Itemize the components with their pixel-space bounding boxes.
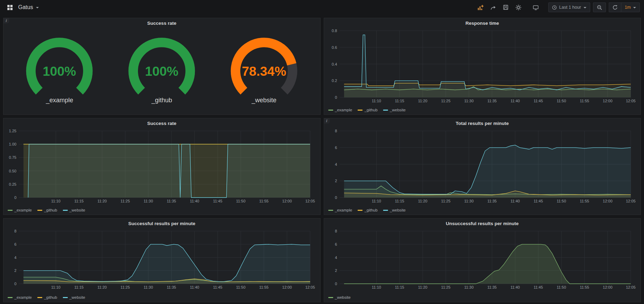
svg-text:11:55: 11:55 bbox=[259, 285, 269, 289]
svg-text:6: 6 bbox=[335, 146, 337, 150]
chart-area[interactable]: 0246811:1011:1511:2011:2511:3011:3511:40… bbox=[324, 228, 641, 295]
panel-title[interactable]: Unsuccessful results per minute bbox=[324, 218, 641, 228]
legend-item-_website[interactable]: _website bbox=[63, 295, 85, 299]
chart-area[interactable]: 00.250.500.751.001.2511:1011:1511:2011:2… bbox=[3, 127, 320, 208]
save-dashboard-button[interactable] bbox=[501, 2, 511, 12]
svg-text:6: 6 bbox=[14, 242, 16, 246]
gauge-arc: 100% bbox=[118, 35, 205, 97]
legend-item-_website[interactable]: _website bbox=[383, 208, 405, 212]
svg-text:11:30: 11:30 bbox=[464, 285, 474, 289]
svg-text:2: 2 bbox=[14, 268, 16, 273]
add-panel-button[interactable] bbox=[476, 2, 485, 12]
clock-icon bbox=[552, 5, 557, 10]
svg-text:11:45: 11:45 bbox=[213, 285, 222, 289]
panel-info-icon[interactable]: i bbox=[324, 118, 330, 124]
chart-area[interactable]: 0246811:1011:1511:2011:2511:3011:3511:40… bbox=[3, 228, 320, 295]
svg-text:12:05: 12:05 bbox=[305, 285, 315, 289]
share-dashboard-button[interactable] bbox=[488, 2, 498, 12]
unsuccessful-results-chart[interactable]: 0246811:1011:1511:2011:2511:3011:3511:40… bbox=[327, 228, 637, 290]
svg-text:0: 0 bbox=[335, 195, 337, 200]
svg-text:11:30: 11:30 bbox=[464, 199, 474, 203]
svg-text:11:55: 11:55 bbox=[259, 199, 269, 203]
panel-title[interactable]: Total results per minute bbox=[324, 118, 641, 127]
svg-text:100%: 100% bbox=[145, 64, 178, 78]
gauge-row: 100%_example100%_github78.34%_website bbox=[3, 27, 320, 114]
svg-text:0.25: 0.25 bbox=[9, 182, 16, 186]
legend-item-_example[interactable]: _example bbox=[8, 295, 32, 299]
panel-title[interactable]: Successful results per minute bbox=[3, 218, 320, 228]
save-icon bbox=[503, 5, 508, 10]
legend-item-_website[interactable]: _website bbox=[63, 208, 85, 212]
panel-title[interactable]: Success rate bbox=[3, 18, 320, 27]
dashboard-settings-button[interactable] bbox=[513, 2, 523, 12]
panel-success-rate-gauges: i Success rate 100%_example100%_github78… bbox=[3, 18, 321, 115]
share-icon bbox=[490, 5, 496, 10]
dashboard-title[interactable]: Gatus bbox=[18, 4, 39, 10]
refresh-button[interactable] bbox=[609, 2, 621, 12]
zoom-out-button[interactable] bbox=[593, 2, 606, 12]
svg-text:11:30: 11:30 bbox=[144, 285, 153, 289]
legend-item-_website[interactable]: _website bbox=[328, 295, 351, 299]
svg-text:0: 0 bbox=[335, 282, 337, 286]
navbar: Gatus bbox=[0, 0, 644, 15]
svg-text:12:00: 12:00 bbox=[603, 99, 613, 103]
cycle-view-mode-button[interactable] bbox=[531, 2, 541, 12]
successful-results-chart[interactable]: 0246811:1011:1511:2011:2511:3011:3511:40… bbox=[6, 228, 316, 290]
legend-item-_github[interactable]: _github bbox=[37, 295, 57, 299]
legend-item-_website[interactable]: _website bbox=[383, 108, 405, 112]
chart-area[interactable]: 0246811:1011:1511:2011:2511:3011:3511:40… bbox=[324, 127, 641, 208]
svg-text:100%: 100% bbox=[43, 64, 76, 78]
svg-text:11:20: 11:20 bbox=[418, 285, 427, 289]
caret-down-icon bbox=[36, 7, 39, 8]
svg-text:12:05: 12:05 bbox=[305, 199, 315, 203]
svg-text:12:05: 12:05 bbox=[626, 285, 636, 289]
svg-text:11:20: 11:20 bbox=[418, 99, 427, 103]
svg-text:11:45: 11:45 bbox=[213, 199, 222, 203]
legend-item-_github[interactable]: _github bbox=[358, 108, 378, 112]
svg-text:11:10: 11:10 bbox=[372, 199, 381, 203]
panel-successful-results: Successful results per minute 0246811:10… bbox=[3, 218, 321, 302]
svg-text:12:00: 12:00 bbox=[603, 199, 613, 203]
svg-text:12:00: 12:00 bbox=[603, 285, 613, 289]
legend-item-_example[interactable]: _example bbox=[328, 108, 352, 112]
chart-area[interactable]: 00.20.40.60.811:1011:1511:2011:2511:3011… bbox=[324, 27, 641, 107]
refresh-interval-picker[interactable]: 1m bbox=[621, 2, 640, 12]
legend-label: _github bbox=[364, 208, 378, 212]
zoom-out-icon bbox=[597, 5, 602, 10]
svg-text:1.00: 1.00 bbox=[9, 142, 16, 146]
legend-item-_github[interactable]: _github bbox=[37, 208, 57, 212]
apps-grid-icon[interactable] bbox=[5, 2, 15, 12]
panel-info-icon[interactable]: i bbox=[3, 18, 9, 23]
legend-swatch-icon bbox=[383, 210, 388, 211]
svg-text:11:20: 11:20 bbox=[97, 285, 107, 289]
svg-text:8: 8 bbox=[335, 129, 337, 133]
svg-text:0.50: 0.50 bbox=[9, 169, 16, 173]
legend-item-_example[interactable]: _example bbox=[328, 208, 352, 212]
legend-label: _website bbox=[69, 295, 85, 299]
svg-text:11:50: 11:50 bbox=[236, 285, 246, 289]
legend-item-_github[interactable]: _github bbox=[358, 208, 378, 212]
total-results-chart[interactable]: 0246811:1011:1511:2011:2511:3011:3511:40… bbox=[327, 128, 637, 204]
legend-swatch-icon bbox=[358, 210, 363, 211]
panel-response-time: Response time 00.20.40.60.811:1011:1511:… bbox=[324, 18, 641, 115]
panel-title[interactable]: Success rate bbox=[3, 118, 320, 127]
legend-label: _website bbox=[335, 295, 351, 299]
legend-label: _example bbox=[335, 108, 352, 112]
time-range-picker[interactable]: Last 1 hour bbox=[548, 2, 590, 12]
svg-text:11:15: 11:15 bbox=[74, 285, 84, 289]
svg-text:11:35: 11:35 bbox=[167, 285, 176, 289]
success-rate-chart[interactable]: 00.250.500.751.001.2511:1011:1511:2011:2… bbox=[6, 128, 316, 204]
panel-success-rate-timeseries: Success rate 00.250.500.751.001.2511:101… bbox=[3, 118, 321, 215]
apps-grid-icon bbox=[7, 5, 13, 10]
response-time-chart[interactable]: 00.20.40.60.811:1011:1511:2011:2511:3011… bbox=[327, 28, 637, 104]
svg-text:11:25: 11:25 bbox=[120, 285, 130, 289]
legend-swatch-icon bbox=[37, 297, 42, 298]
svg-text:11:20: 11:20 bbox=[97, 199, 107, 203]
legend-swatch-icon bbox=[63, 297, 68, 298]
legend-label: _example bbox=[335, 208, 352, 212]
svg-text:11:10: 11:10 bbox=[51, 199, 61, 203]
panel-title[interactable]: Response time bbox=[324, 18, 641, 27]
legend-item-_example[interactable]: _example bbox=[8, 208, 32, 212]
svg-text:0: 0 bbox=[14, 282, 16, 286]
legend-label: _github bbox=[44, 208, 57, 212]
